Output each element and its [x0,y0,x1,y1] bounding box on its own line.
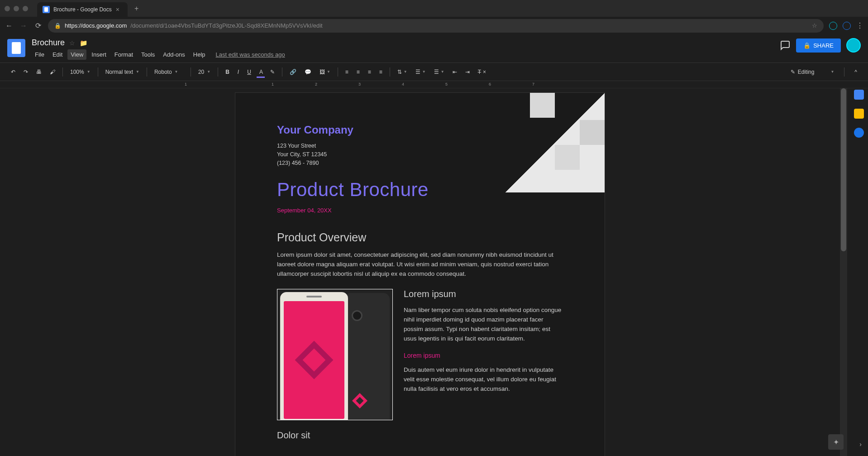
horizontal-ruler[interactable]: 1 1 2 3 4 5 6 7 [0,81,868,88]
insert-link-button[interactable]: 🔗 [286,66,300,78]
ruler-number: 7 [532,82,534,86]
text-color-button[interactable]: A [256,66,266,78]
undo-button[interactable]: ↶ [7,66,19,78]
docs-logo-icon[interactable] [7,39,25,57]
browser-toolbar: ← → ⟳ 🔒 https://docs.google.com/document… [0,17,868,34]
browser-menu-icon[interactable]: ⋮ [856,21,863,30]
tab-title: Brochure - Google Docs [53,6,112,13]
menu-addons[interactable]: Add-ons [160,49,188,60]
ruler-number: 3 [358,82,361,86]
ruler-number: 1 [185,82,187,86]
ruler-number: 5 [445,82,448,86]
tasks-app-icon[interactable] [854,128,864,138]
star-document-icon[interactable]: ☆ [69,39,75,47]
subsection-heading[interactable]: Lorem ipsum [404,352,563,359]
menu-bar: File Edit View Insert Format Tools Add-o… [32,49,773,62]
highlight-button[interactable]: ✎ [267,66,278,78]
style-select[interactable]: Normal text▼ [102,67,143,77]
new-tab-button[interactable]: + [134,5,138,13]
section-body[interactable]: Nam liber tempor cum soluta nobis eleife… [404,306,563,344]
page-decoration [496,93,605,202]
section-heading[interactable]: Lorem ipsum [404,289,563,299]
document-page[interactable]: Your Company 123 Your Street Your City, … [235,93,605,456]
align-center-button[interactable]: ≡ [353,66,363,78]
overview-heading[interactable]: Product Overview [277,231,563,244]
ruler-number: 2 [315,82,317,86]
italic-button[interactable]: I [234,66,243,78]
menu-edit[interactable]: Edit [49,49,66,60]
tab-close-icon[interactable]: × [116,6,119,13]
close-window-icon[interactable] [5,6,10,11]
share-label: SHARE [813,42,834,49]
bold-button[interactable]: B [222,66,233,78]
bulleted-list-button[interactable]: ☰▼ [430,66,448,78]
window-controls [5,6,28,11]
editing-mode-select[interactable]: ✎ Editing▼ [787,67,838,77]
subsection-body[interactable]: Duis autem vel eum iriure dolor in hendr… [404,365,563,394]
address-bar[interactable]: 🔒 https://docs.google.com/document/d/1oa… [48,19,824,33]
vertical-scrollbar[interactable] [840,88,847,456]
ruler-number: 6 [489,82,491,86]
scrollbar-thumb[interactable] [841,88,846,251]
ruler-number: 4 [402,82,404,86]
reload-button[interactable]: ⟳ [33,21,43,30]
font-select[interactable]: Roboto▼ [151,67,187,77]
extension-icon[interactable] [843,22,851,30]
insert-image-button[interactable]: 🖼▼ [316,66,334,78]
browser-tab-bar: Brochure - Google Docs × + [0,0,868,17]
collapse-toolbar-button[interactable]: ^ [851,66,861,78]
increase-indent-button[interactable]: ⇥ [462,66,473,78]
clear-formatting-button[interactable]: T× [474,66,490,78]
align-right-button[interactable]: ≡ [364,66,375,78]
menu-view[interactable]: View [67,49,86,60]
zoom-select[interactable]: 100%▼ [67,67,94,77]
document-date[interactable]: September 04, 20XX [277,207,563,214]
browser-tab[interactable]: Brochure - Google Docs × [37,2,128,17]
overview-body[interactable]: Lorem ipsum dolor sit amet, consectetuer… [277,250,563,279]
url-path: /document/d/1oae4VbsTuBdYTd3gPitzeJ0L-Sq… [130,22,322,29]
keep-app-icon[interactable] [854,109,864,119]
print-button[interactable]: 🖶 [33,66,45,78]
lock-icon: 🔒 [803,42,811,49]
font-size-select[interactable]: 20▼ [195,67,214,77]
menu-help[interactable]: Help [190,49,209,60]
forward-button[interactable]: → [19,22,28,30]
numbered-list-button[interactable]: ☰▼ [412,66,429,78]
share-button[interactable]: 🔒 SHARE [796,38,841,53]
extension-icon[interactable] [829,22,837,30]
docs-header: Brochure ☆ 📁 File Edit View Insert Forma… [0,34,868,63]
menu-insert[interactable]: Insert [88,49,110,60]
document-title[interactable]: Brochure [32,38,65,48]
back-button[interactable]: ← [5,22,14,30]
section-heading[interactable]: Dolor sit [277,430,563,441]
decrease-indent-button[interactable]: ⇤ [449,66,461,78]
account-avatar[interactable] [846,38,861,53]
comments-icon[interactable] [780,40,791,51]
product-image[interactable] [277,289,393,420]
formatting-toolbar: ↶ ↷ 🖶 🖌 100%▼ Normal text▼ Roboto▼ 20▼ B… [0,63,868,81]
underline-button[interactable]: U [243,66,255,78]
redo-button[interactable]: ↷ [20,66,32,78]
maximize-window-icon[interactable] [23,6,28,11]
menu-file[interactable]: File [32,49,48,60]
paint-format-button[interactable]: 🖌 [46,66,59,78]
side-panel [850,85,868,138]
last-edit-link[interactable]: Last edit was seconds ago [216,49,285,60]
bookmark-icon[interactable]: ☆ [812,22,817,29]
docs-favicon-icon [43,6,50,13]
show-side-panel-button[interactable]: › [859,441,862,448]
menu-format[interactable]: Format [111,49,136,60]
align-justify-button[interactable]: ≡ [376,66,386,78]
document-canvas: Your Company 123 Your Street Your City, … [0,88,868,456]
menu-tools[interactable]: Tools [138,49,158,60]
explore-button[interactable]: ✦ [828,434,844,450]
lock-icon: 🔒 [54,23,61,29]
line-spacing-button[interactable]: ⇅▼ [394,66,411,78]
calendar-app-icon[interactable] [854,90,864,100]
move-folder-icon[interactable]: 📁 [80,39,87,47]
ruler-number: 1 [272,82,274,86]
url-host: https://docs.google.com [65,22,127,29]
minimize-window-icon[interactable] [14,6,19,11]
insert-comment-button[interactable]: 💬 [301,66,315,78]
align-left-button[interactable]: ≡ [342,66,352,78]
